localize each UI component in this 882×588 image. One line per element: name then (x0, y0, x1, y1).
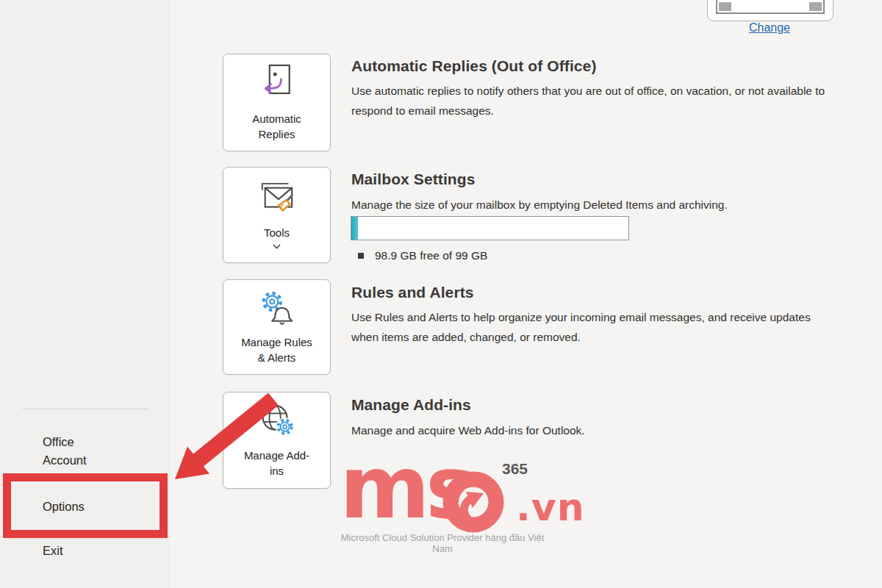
sidebar-divider (22, 409, 148, 409)
backstage-sidebar: Office Account Options Exit (0, 0, 170, 588)
section-description-automatic-replies: Use automatic replies to notify others t… (351, 81, 833, 121)
change-background-link[interactable]: Change (707, 21, 832, 35)
section-description-manage-addins: Manage and acquire Web Add-ins for Outlo… (351, 420, 833, 440)
sidebar-item-office-account[interactable]: Office Account (43, 433, 105, 470)
mailbox-tools-button[interactable]: Tools (223, 167, 331, 263)
account-photo-frame (707, 0, 833, 21)
account-photo-inner (716, 0, 825, 14)
reply-arrow-document-icon (258, 63, 296, 106)
watermark-tagline: Microsoft Cloud Solution Provider hàng đ… (332, 532, 553, 554)
section-heading-rules-alerts: Rules and Alerts (351, 284, 474, 301)
button-label: Automatic Replies (239, 111, 315, 142)
storage-free-text: 98.9 GB free of 99 GB (375, 249, 487, 262)
legend-square-icon (358, 253, 364, 259)
section-description-mailbox-settings: Manage the size of your mailbox by empty… (351, 195, 833, 215)
envelope-cleanup-icon (257, 182, 298, 220)
watermark-logo-arrow-o-icon (442, 470, 505, 537)
section-heading-mailbox-settings: Mailbox Settings (351, 171, 475, 188)
sidebar-item-options[interactable]: Options (43, 498, 85, 516)
storage-used-fill (351, 217, 358, 240)
globe-gear-icon (257, 403, 297, 442)
photo-corner-square (719, 2, 731, 11)
watermark-logo-ms: ms (340, 444, 473, 531)
mailbox-storage-gauge (351, 216, 629, 240)
storage-legend: 98.9 GB free of 99 GB (358, 249, 487, 262)
section-description-rules-alerts: Use Rules and Alerts to help organize yo… (351, 307, 833, 347)
manage-rules-alerts-button[interactable]: Manage Rules & Alerts (223, 279, 331, 375)
button-label: Manage Rules & Alerts (239, 334, 315, 365)
gear-bell-icon (257, 290, 297, 329)
automatic-replies-button[interactable]: Automatic Replies (223, 54, 331, 151)
watermark-logo-vn: .vn (516, 485, 585, 529)
manage-addins-button[interactable]: Manage Add-ins (223, 392, 331, 489)
section-heading-manage-addins: Manage Add-ins (351, 396, 471, 414)
watermark-365-badge: 365 (502, 460, 528, 478)
chevron-down-icon (273, 244, 281, 249)
button-label: Tools (264, 225, 290, 240)
sidebar-item-exit[interactable]: Exit (43, 542, 63, 560)
photo-corner-square (809, 2, 822, 11)
button-label: Manage Add-ins (239, 448, 315, 478)
section-heading-automatic-replies: Automatic Replies (Out of Office) (351, 57, 597, 75)
